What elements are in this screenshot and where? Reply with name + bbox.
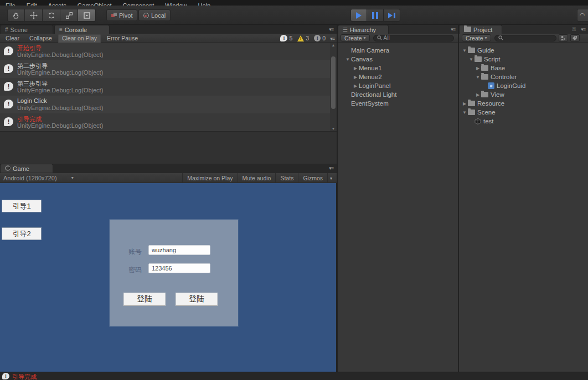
console-log-entry[interactable]: !第三步引导UnityEngine.Debug:Log(Object): [0, 78, 330, 96]
console-error-pause-button[interactable]: Error Pause: [103, 34, 142, 43]
chevron-collapsed-icon[interactable]: ▶: [474, 92, 481, 97]
scroll-up-icon[interactable]: ▲: [330, 43, 337, 47]
aspect-dropdown[interactable]: Android (1280x720) ▾: [3, 175, 74, 181]
project-item-scene[interactable]: ▼Scene: [459, 108, 588, 117]
lock-icon[interactable]: ⚿: [572, 27, 576, 33]
project-search-input[interactable]: [494, 35, 556, 41]
console-toolbar-menu-icon[interactable]: ▾≡: [330, 36, 334, 41]
info-count-badge[interactable]: ! 5: [280, 35, 292, 41]
hierarchy-item-loginpanel[interactable]: ▶LoginPanel: [338, 81, 458, 90]
hierarchy-tabstrip: ☰ Hierarchy ▾≡: [338, 25, 458, 34]
hand-tool-button[interactable]: [7, 9, 25, 22]
chevron-collapsed-icon[interactable]: ▶: [352, 75, 359, 80]
hierarchy-toolbar: Create ▾ All: [338, 34, 458, 43]
tree-item-label: Menue2: [359, 74, 382, 80]
layers-dropdown-partial[interactable]: ◠: [577, 9, 588, 22]
project-panel-menu-icon[interactable]: ▾≡: [581, 27, 585, 32]
status-bar[interactable]: ! 引导完成: [0, 372, 588, 380]
error-count-badge[interactable]: ! 0: [314, 35, 326, 41]
playmode-controls: [350, 9, 400, 22]
game-tab-icon: [5, 165, 11, 172]
hierarchy-item-canvas[interactable]: ▼Canvas: [338, 55, 458, 64]
hierarchy-item-main-camera[interactable]: Main Camera: [338, 46, 458, 55]
console-panel-menu-icon[interactable]: ▾≡: [329, 27, 333, 32]
guide2-button[interactable]: 引导2: [2, 227, 42, 240]
project-toolbar: Create ▾: [459, 34, 588, 43]
tab-hierarchy[interactable]: ☰ Hierarchy: [338, 25, 389, 34]
scroll-thumb[interactable]: [331, 56, 336, 109]
chevron-expanded-icon[interactable]: ▼: [344, 57, 351, 62]
search-by-type-button[interactable]: [559, 34, 568, 41]
chevron-collapsed-icon[interactable]: ▶: [352, 66, 359, 71]
tab-game[interactable]: Game: [0, 164, 53, 173]
hierarchy-item-menue2[interactable]: ▶Menue2: [338, 72, 458, 81]
chevron-expanded-icon[interactable]: ▼: [468, 57, 474, 62]
scale-tool-button[interactable]: [60, 9, 78, 22]
step-button[interactable]: [384, 9, 400, 22]
console-clear-button[interactable]: Clear: [2, 34, 23, 43]
game-gizmos-button[interactable]: Gizmos: [298, 173, 327, 183]
project-create-button[interactable]: Create ▾: [462, 34, 491, 41]
login-button-right[interactable]: 登陆: [176, 293, 218, 306]
scroll-down-icon[interactable]: ▼: [330, 127, 337, 131]
tree-item-label: Directional Light: [351, 91, 396, 98]
project-tabstrip: Project ⚿ ▾≡: [459, 25, 588, 34]
hierarchy-create-button[interactable]: Create ▾: [341, 34, 370, 41]
console-log-entry[interactable]: !Login ClickUnityEngine.Debug:Log(Object…: [0, 96, 330, 113]
account-input[interactable]: [148, 245, 210, 255]
rect-tool-button[interactable]: [78, 9, 96, 22]
hierarchy-search-input[interactable]: All: [373, 35, 454, 41]
warning-count-badge[interactable]: ! 3: [297, 35, 309, 41]
aspect-label: Android (1280x720): [3, 175, 57, 181]
chevron-collapsed-icon[interactable]: ▶: [461, 101, 468, 106]
console-log-entry[interactable]: !开始引导UnityEngine.Debug:Log(Object): [0, 43, 330, 60]
chevron-expanded-icon[interactable]: ▼: [474, 75, 481, 80]
game-panel-menu-icon[interactable]: ▾≡: [329, 165, 333, 171]
project-item-test[interactable]: test: [459, 117, 588, 126]
folder-icon: [481, 74, 488, 80]
hierarchy-item-directional-light[interactable]: Directional Light: [338, 90, 458, 99]
project-item-resource[interactable]: ▶Resource: [459, 99, 588, 108]
project-item-script[interactable]: ▼Script: [459, 55, 588, 64]
gizmos-dropdown-icon[interactable]: ▾: [327, 173, 334, 183]
tab-scene[interactable]: # Scene: [0, 25, 53, 34]
project-item-loginguid[interactable]: #LoginGuid: [459, 81, 588, 90]
local-toggle-button[interactable]: Local: [138, 9, 171, 21]
create-label: Create: [344, 35, 362, 41]
console-collapse-button[interactable]: Collapse: [25, 34, 56, 43]
project-item-view[interactable]: ▶View: [459, 90, 588, 99]
project-item-base[interactable]: ▶Base: [459, 64, 588, 72]
password-input[interactable]: [148, 263, 210, 273]
console-log-entry[interactable]: !引导完成UnityEngine.Debug:Log(Object): [0, 113, 330, 131]
hierarchy-search-filter: All: [384, 35, 390, 41]
project-item-guide[interactable]: ▼Guide: [459, 46, 588, 55]
hierarchy-item-menue1[interactable]: ▶Menue1: [338, 64, 458, 72]
console-clear-on-play-button[interactable]: Clear on Play: [58, 34, 101, 43]
login-button-left[interactable]: 登陆: [123, 293, 166, 306]
guide1-button[interactable]: 引导1: [2, 200, 42, 212]
folder-icon: [481, 92, 488, 97]
chevron-collapsed-icon[interactable]: ▶: [352, 84, 359, 89]
chevron-collapsed-icon[interactable]: ▶: [474, 66, 481, 71]
game-stats-button[interactable]: Stats: [275, 173, 298, 183]
hierarchy-panel-menu-icon[interactable]: ▾≡: [451, 27, 455, 32]
chevron-expanded-icon[interactable]: ▼: [461, 110, 468, 115]
status-info-icon: !: [2, 373, 9, 379]
scale-tool-icon: [65, 11, 74, 20]
pause-button[interactable]: [367, 9, 384, 22]
pivot-toggle-button[interactable]: Pivot: [106, 9, 137, 21]
project-item-controler[interactable]: ▼Controler: [459, 72, 588, 81]
chevron-expanded-icon[interactable]: ▼: [461, 48, 468, 53]
game-maximize-on-play-button[interactable]: Maximize on Play: [182, 173, 237, 183]
search-by-label-button[interactable]: [570, 34, 580, 41]
play-button[interactable]: [350, 9, 367, 22]
game-mute-audio-button[interactable]: Mute audio: [238, 173, 276, 183]
move-tool-button[interactable]: [25, 9, 43, 22]
play-icon: [356, 12, 362, 19]
hierarchy-item-eventsystem[interactable]: EventSystem: [338, 99, 458, 108]
tab-project[interactable]: Project: [459, 25, 502, 34]
console-log-entry[interactable]: !第二步引导UnityEngine.Debug:Log(Object): [0, 60, 330, 78]
tab-console[interactable]: ≡ Console: [54, 25, 110, 34]
rotate-tool-button[interactable]: [43, 9, 60, 22]
console-scrollbar[interactable]: ▲ ▼: [330, 43, 337, 131]
